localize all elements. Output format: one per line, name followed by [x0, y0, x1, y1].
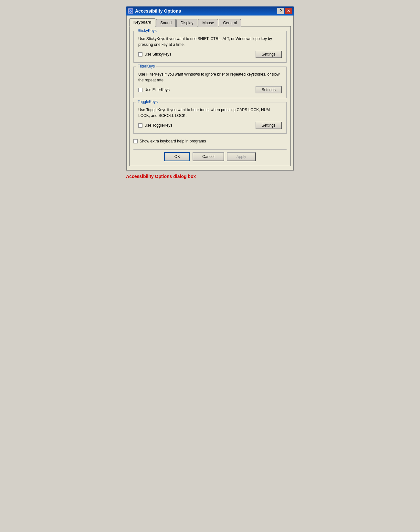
togglekeys-section: ToggleKeys Use ToggleKeys if you want to…	[133, 102, 287, 134]
cancel-button[interactable]: Cancel	[193, 152, 224, 161]
stickykeys-settings-button[interactable]: Settings	[256, 51, 282, 58]
tab-keyboard[interactable]: Keyboard	[129, 18, 155, 27]
extra-help-checkbox-label[interactable]: Show extra keyboard help in programs	[133, 139, 206, 143]
filterkeys-checkbox-label[interactable]: Use FilterKeys	[138, 88, 170, 92]
filterkeys-settings-button[interactable]: Settings	[256, 86, 282, 93]
tab-content-keyboard: StickyKeys Use StickyKeys if you want to…	[129, 26, 291, 166]
tab-general[interactable]: General	[219, 19, 241, 27]
dialog-body: Keyboard Sound Display Mouse General Sti…	[126, 16, 294, 171]
close-button[interactable]: ✕	[285, 8, 292, 14]
filterkeys-row: Use FilterKeys Settings	[138, 86, 282, 93]
filterkeys-description: Use FilterKeys if you want Windows to ig…	[138, 71, 282, 83]
filterkeys-title: FilterKeys	[136, 64, 156, 68]
stickykeys-title: StickyKeys	[136, 28, 158, 33]
stickykeys-checkbox-label[interactable]: Use StickyKeys	[138, 52, 171, 57]
extra-help-row: Show extra keyboard help in programs	[133, 138, 287, 145]
togglekeys-description: Use ToggleKeys if you want to hear tones…	[138, 107, 282, 119]
dialog-wrapper: ♿ Accessibility Options ? ✕ Keyboard Sou…	[126, 6, 294, 171]
ok-button[interactable]: OK	[164, 152, 190, 161]
togglekeys-settings-button[interactable]: Settings	[256, 122, 282, 129]
title-bar: ♿ Accessibility Options ? ✕	[126, 6, 294, 16]
help-button[interactable]: ?	[277, 8, 284, 14]
togglekeys-checkbox-label[interactable]: Use ToggleKeys	[138, 123, 173, 128]
tabs-row: Keyboard Sound Display Mouse General	[129, 18, 291, 26]
stickykeys-description: Use StickyKeys if you want to use SHIFT,…	[138, 36, 282, 47]
dialog-title: Accessibility Options	[135, 8, 181, 14]
stickykeys-checkbox[interactable]	[138, 52, 142, 57]
tab-sound[interactable]: Sound	[156, 19, 176, 27]
title-bar-buttons: ? ✕	[277, 8, 292, 14]
filterkeys-section: FilterKeys Use FilterKeys if you want Wi…	[133, 67, 287, 98]
tab-display[interactable]: Display	[176, 19, 197, 27]
dialog-caption: Accessibility Options dialog box	[126, 174, 294, 179]
stickykeys-row: Use StickyKeys Settings	[138, 51, 282, 58]
title-bar-left: ♿ Accessibility Options	[128, 8, 181, 14]
apply-button[interactable]: Apply	[227, 152, 256, 161]
togglekeys-checkbox[interactable]	[138, 123, 142, 128]
accessibility-icon: ♿	[128, 8, 133, 14]
tab-mouse[interactable]: Mouse	[198, 19, 218, 27]
stickykeys-section: StickyKeys Use StickyKeys if you want to…	[133, 31, 287, 63]
togglekeys-title: ToggleKeys	[136, 99, 159, 104]
bottom-bar: OK Cancel Apply	[133, 149, 287, 161]
extra-help-checkbox[interactable]	[133, 139, 138, 143]
filterkeys-checkbox[interactable]	[138, 88, 142, 92]
togglekeys-row: Use ToggleKeys Settings	[138, 122, 282, 129]
